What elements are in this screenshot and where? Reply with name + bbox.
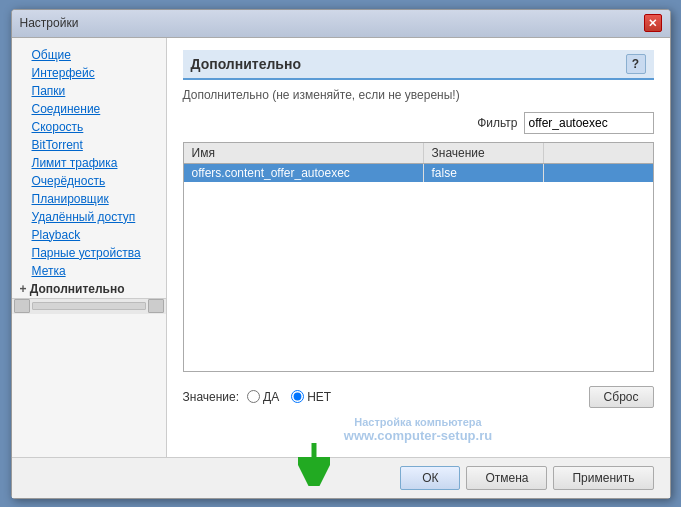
radio-yes[interactable]: ДА: [247, 390, 279, 404]
help-button[interactable]: ?: [626, 54, 646, 74]
sidebar-item-remote[interactable]: Удалённый доступ: [12, 208, 166, 226]
window-body: Общие Интерфейс Папки Соединение Скорост…: [12, 38, 670, 457]
table-header: Имя Значение: [184, 143, 653, 164]
bottom-section: Значение: ДА НЕТ Сброс: [183, 386, 654, 445]
sidebar-item-paired[interactable]: Парные устройства: [12, 244, 166, 262]
sidebar-item-scheduler[interactable]: Планировщик: [12, 190, 166, 208]
radio-no[interactable]: НЕТ: [291, 390, 331, 404]
radio-group: ДА НЕТ: [247, 390, 331, 404]
filter-input[interactable]: [524, 112, 654, 134]
close-button[interactable]: ✕: [644, 14, 662, 32]
watermark-line1: Настройка компьютера: [183, 416, 654, 428]
watermark-line2: www.computer-setup.ru: [183, 428, 654, 443]
footer-buttons: ОК Отмена Применить: [12, 457, 670, 498]
radio-yes-label: ДА: [263, 390, 279, 404]
table-row[interactable]: offers.content_offer_autoexec false: [184, 164, 653, 182]
filter-label: Фильтр: [477, 116, 517, 130]
col-value-header: Значение: [424, 143, 544, 163]
watermark: Настройка компьютера www.computer-setup.…: [183, 414, 654, 445]
sidebar-item-interface[interactable]: Интерфейс: [12, 64, 166, 82]
table-body: offers.content_offer_autoexec false: [184, 164, 653, 368]
main-content: Дополнительно ? Дополнительно (не изменя…: [167, 38, 670, 457]
col-name-header: Имя: [184, 143, 424, 163]
cancel-button[interactable]: Отмена: [466, 466, 547, 490]
sidebar-item-label[interactable]: Метка: [12, 262, 166, 280]
cell-value: false: [424, 164, 544, 182]
sidebar-item-bittorrent[interactable]: BitTorrent: [12, 136, 166, 154]
radio-yes-input[interactable]: [247, 390, 260, 403]
sidebar-item-traffic[interactable]: Лимит трафика: [12, 154, 166, 172]
sidebar-item-playback[interactable]: Playback: [12, 226, 166, 244]
sidebar-item-folders[interactable]: Папки: [12, 82, 166, 100]
title-bar: Настройки ✕: [12, 10, 670, 38]
ok-button[interactable]: ОК: [400, 466, 460, 490]
reset-button[interactable]: Сброс: [589, 386, 654, 408]
description-text: Дополнительно (не изменяйте, если не уве…: [183, 88, 654, 102]
settings-window: Настройки ✕ Общие Интерфейс Папки Соедин…: [11, 9, 671, 499]
sidebar: Общие Интерфейс Папки Соединение Скорост…: [12, 38, 167, 457]
radio-no-input[interactable]: [291, 390, 304, 403]
value-row: Значение: ДА НЕТ Сброс: [183, 386, 654, 408]
apply-button[interactable]: Применить: [553, 466, 653, 490]
settings-table: Имя Значение offers.content_offer_autoex…: [183, 142, 654, 372]
sidebar-item-connection[interactable]: Соединение: [12, 100, 166, 118]
section-title: Дополнительно: [191, 56, 301, 72]
green-arrow-icon: [298, 441, 330, 486]
sidebar-item-obshie[interactable]: Общие: [12, 46, 166, 64]
cell-name: offers.content_offer_autoexec: [184, 164, 424, 182]
section-header: Дополнительно ?: [183, 50, 654, 80]
value-label: Значение:: [183, 390, 240, 404]
radio-no-label: НЕТ: [307, 390, 331, 404]
filter-row: Фильтр: [183, 112, 654, 134]
sidebar-item-speed[interactable]: Скорость: [12, 118, 166, 136]
sidebar-item-queue[interactable]: Очерёдность: [12, 172, 166, 190]
window-title: Настройки: [20, 16, 79, 30]
sidebar-item-advanced[interactable]: Дополнительно: [12, 280, 166, 298]
